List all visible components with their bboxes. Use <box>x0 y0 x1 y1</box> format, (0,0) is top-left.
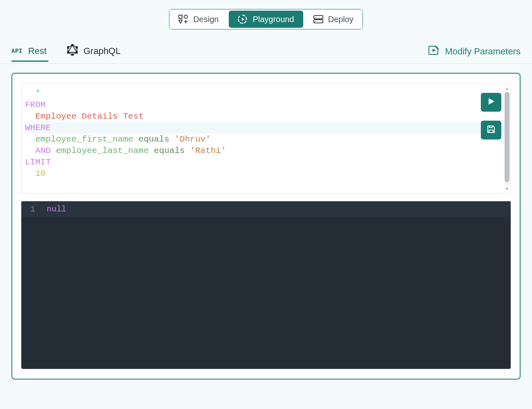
scroll-down-icon[interactable]: ▼ <box>505 187 509 191</box>
tab-deploy[interactable]: Deploy <box>304 9 363 29</box>
query-editor-content[interactable]: * FROM Employee Details Test WHERE emplo… <box>22 84 510 193</box>
query-editor[interactable]: * FROM Employee Details Test WHERE emplo… <box>21 83 511 194</box>
svg-marker-5 <box>242 18 244 21</box>
token-limit: LIMIT <box>25 157 51 167</box>
token-op2: equals <box>154 146 185 155</box>
editor-scrollbar[interactable]: ▲ ▼ <box>505 86 509 191</box>
query-code: * FROM Employee Details Test WHERE emplo… <box>23 88 506 180</box>
token-op1: equals <box>138 135 169 144</box>
save-button[interactable] <box>481 121 501 139</box>
svg-point-17 <box>67 47 69 49</box>
server-icon <box>313 15 323 24</box>
token-col2: employee_last_name <box>56 146 149 155</box>
modify-parameters-button[interactable]: Modify Parameters <box>428 45 521 60</box>
api-tabs: API Rest GraphQL <box>11 42 120 63</box>
svg-point-9 <box>315 21 316 22</box>
svg-point-14 <box>76 52 78 54</box>
token-and: AND <box>35 146 51 155</box>
modify-parameters-label: Modify Parameters <box>445 46 521 57</box>
svg-point-1 <box>184 15 187 18</box>
token-col1: employee_first_name <box>35 135 133 144</box>
scrollbar-thumb[interactable] <box>505 92 509 182</box>
svg-marker-19 <box>433 49 436 52</box>
mode-tabs: Design Playground Deploy <box>0 0 532 42</box>
playground-panel: * FROM Employee Details Test WHERE emplo… <box>11 73 521 380</box>
save-icon <box>487 125 496 135</box>
svg-rect-6 <box>314 16 323 19</box>
svg-rect-7 <box>314 20 323 23</box>
scroll-up-icon[interactable]: ▲ <box>505 86 509 91</box>
tab-graphql-label: GraphQL <box>83 46 121 56</box>
svg-rect-22 <box>489 126 492 128</box>
api-tabs-row: API Rest GraphQL <box>0 42 532 64</box>
output-value: null <box>41 204 66 214</box>
tab-design[interactable]: Design <box>169 9 228 29</box>
svg-point-8 <box>315 17 316 18</box>
run-button[interactable] <box>481 93 501 112</box>
token-where: WHERE <box>25 123 51 133</box>
output-panel: 1 null <box>21 201 511 369</box>
token-limitval: 10 <box>35 169 45 178</box>
token-val1: 'Dhruv' <box>175 135 211 144</box>
svg-marker-20 <box>489 98 494 105</box>
edit-params-icon <box>428 45 439 58</box>
token-from: FROM <box>25 100 45 110</box>
token-table: Employee Details Test <box>35 112 144 121</box>
tab-playground-label: Playground <box>252 15 294 24</box>
tab-playground[interactable]: Playground <box>229 11 303 28</box>
svg-rect-0 <box>179 15 182 18</box>
mode-tabs-group: Design Playground Deploy <box>169 9 363 29</box>
tab-design-label: Design <box>193 15 219 24</box>
playground-panel-wrap: * FROM Employee Details Test WHERE emplo… <box>0 64 532 389</box>
svg-point-12 <box>72 44 74 46</box>
editor-action-buttons <box>481 93 501 139</box>
tab-rest-label: Rest <box>28 46 47 56</box>
tab-deploy-label: Deploy <box>328 15 354 24</box>
svg-marker-2 <box>179 20 182 23</box>
api-badge-icon: API <box>11 48 23 54</box>
svg-point-13 <box>76 47 78 49</box>
shapes-icon <box>178 15 188 24</box>
svg-point-16 <box>67 52 69 54</box>
token-star: * <box>35 89 41 98</box>
output-line: 1 null <box>21 201 511 217</box>
tab-rest[interactable]: API Rest <box>11 43 47 62</box>
tab-graphql[interactable]: GraphQL <box>67 42 121 63</box>
graphql-icon <box>67 44 78 58</box>
loading-play-icon <box>238 14 248 24</box>
output-line-number: 1 <box>21 204 41 214</box>
svg-point-15 <box>72 54 74 56</box>
token-val2: 'Rathi' <box>190 146 226 155</box>
svg-rect-21 <box>489 130 493 133</box>
play-icon <box>487 97 495 107</box>
